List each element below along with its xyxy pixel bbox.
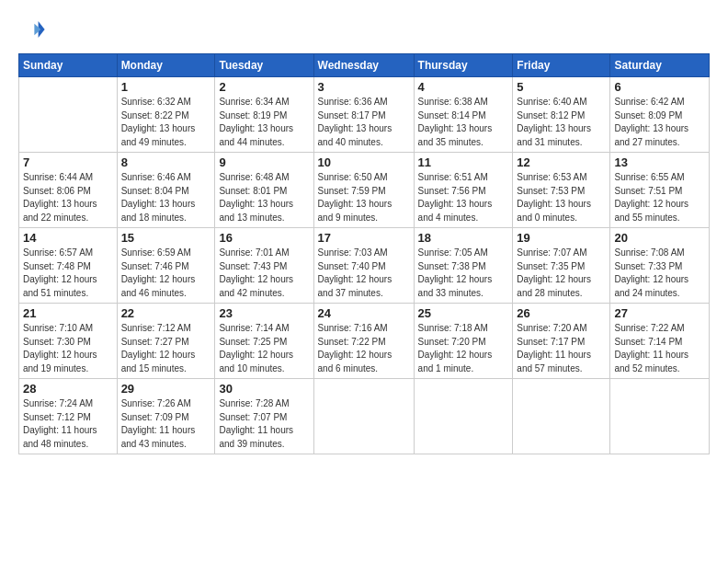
day-info: Sunrise: 6:40 AMSunset: 8:12 PMDaylight:…: [517, 96, 606, 149]
calendar-cell: 13Sunrise: 6:55 AMSunset: 7:51 PMDayligh…: [610, 153, 710, 228]
calendar-cell: 24Sunrise: 7:16 AMSunset: 7:22 PMDayligh…: [313, 304, 414, 379]
day-number: 18: [418, 231, 509, 245]
day-info: Sunrise: 7:20 AMSunset: 7:17 PMDaylight:…: [517, 322, 606, 375]
day-number: 12: [517, 155, 606, 169]
calendar-cell: 2Sunrise: 6:34 AMSunset: 8:19 PMDaylight…: [215, 77, 313, 153]
day-number: 21: [23, 306, 113, 320]
calendar-cell: [414, 379, 513, 454]
calendar-cell: 6Sunrise: 6:42 AMSunset: 8:09 PMDaylight…: [610, 77, 710, 153]
day-info: Sunrise: 6:32 AMSunset: 8:22 PMDaylight:…: [121, 96, 211, 149]
day-header-tuesday: Tuesday: [215, 54, 313, 77]
calendar-cell: 9Sunrise: 6:48 AMSunset: 8:01 PMDaylight…: [215, 153, 313, 228]
day-info: Sunrise: 7:03 AMSunset: 7:40 PMDaylight:…: [318, 247, 410, 300]
day-info: Sunrise: 7:12 AMSunset: 7:27 PMDaylight:…: [121, 322, 211, 375]
day-info: Sunrise: 7:26 AMSunset: 7:09 PMDaylight:…: [121, 397, 211, 451]
day-header-monday: Monday: [117, 54, 215, 77]
day-header-saturday: Saturday: [610, 54, 710, 77]
day-number: 22: [121, 306, 211, 320]
day-info: Sunrise: 7:16 AMSunset: 7:22 PMDaylight:…: [318, 322, 410, 375]
calendar: SundayMondayTuesdayWednesdayThursdayFrid…: [18, 53, 710, 454]
day-number: 1: [121, 80, 211, 94]
day-number: 24: [318, 306, 410, 320]
day-number: 19: [517, 231, 606, 245]
calendar-week-1: 1Sunrise: 6:32 AMSunset: 8:22 PMDaylight…: [19, 77, 710, 153]
day-number: 26: [517, 306, 606, 320]
day-number: 7: [23, 155, 113, 169]
calendar-cell: 27Sunrise: 7:22 AMSunset: 7:14 PMDayligh…: [610, 304, 710, 379]
day-info: Sunrise: 6:34 AMSunset: 8:19 PMDaylight:…: [219, 96, 309, 149]
day-number: 20: [614, 231, 705, 245]
day-info: Sunrise: 6:53 AMSunset: 7:53 PMDaylight:…: [517, 171, 606, 224]
calendar-cell: 23Sunrise: 7:14 AMSunset: 7:25 PMDayligh…: [215, 304, 313, 379]
calendar-cell: 20Sunrise: 7:08 AMSunset: 7:33 PMDayligh…: [610, 228, 710, 304]
day-info: Sunrise: 6:50 AMSunset: 7:59 PMDaylight:…: [318, 171, 410, 224]
day-info: Sunrise: 6:44 AMSunset: 8:06 PMDaylight:…: [23, 171, 113, 224]
calendar-header-row: SundayMondayTuesdayWednesdayThursdayFrid…: [19, 54, 710, 77]
calendar-cell: 19Sunrise: 7:07 AMSunset: 7:35 PMDayligh…: [513, 228, 610, 304]
calendar-cell: 3Sunrise: 6:36 AMSunset: 8:17 PMDaylight…: [313, 77, 414, 153]
day-number: 9: [219, 155, 309, 169]
calendar-cell: 12Sunrise: 6:53 AMSunset: 7:53 PMDayligh…: [513, 153, 610, 228]
calendar-week-2: 7Sunrise: 6:44 AMSunset: 8:06 PMDaylight…: [19, 153, 710, 228]
calendar-cell: 22Sunrise: 7:12 AMSunset: 7:27 PMDayligh…: [117, 304, 215, 379]
calendar-cell: 16Sunrise: 7:01 AMSunset: 7:43 PMDayligh…: [215, 228, 313, 304]
day-header-friday: Friday: [513, 54, 610, 77]
calendar-cell: 17Sunrise: 7:03 AMSunset: 7:40 PMDayligh…: [313, 228, 414, 304]
day-info: Sunrise: 7:18 AMSunset: 7:20 PMDaylight:…: [418, 322, 509, 375]
day-number: 15: [121, 231, 211, 245]
day-number: 17: [318, 231, 410, 245]
day-number: 8: [121, 155, 211, 169]
calendar-cell: 5Sunrise: 6:40 AMSunset: 8:12 PMDaylight…: [513, 77, 610, 153]
day-info: Sunrise: 7:08 AMSunset: 7:33 PMDaylight:…: [614, 247, 705, 300]
day-header-sunday: Sunday: [19, 54, 118, 77]
calendar-cell: 29Sunrise: 7:26 AMSunset: 7:09 PMDayligh…: [117, 379, 215, 454]
day-info: Sunrise: 7:28 AMSunset: 7:07 PMDaylight:…: [219, 397, 309, 451]
day-info: Sunrise: 6:55 AMSunset: 7:51 PMDaylight:…: [614, 171, 705, 224]
day-info: Sunrise: 6:48 AMSunset: 8:01 PMDaylight:…: [219, 171, 309, 224]
day-number: 2: [219, 80, 309, 94]
day-info: Sunrise: 6:38 AMSunset: 8:14 PMDaylight:…: [418, 96, 509, 149]
calendar-cell: 28Sunrise: 7:24 AMSunset: 7:12 PMDayligh…: [19, 379, 118, 454]
day-info: Sunrise: 7:22 AMSunset: 7:14 PMDaylight:…: [614, 322, 705, 375]
calendar-cell: 1Sunrise: 6:32 AMSunset: 8:22 PMDaylight…: [117, 77, 215, 153]
calendar-cell: [19, 77, 118, 153]
day-number: 28: [23, 382, 113, 396]
calendar-cell: [610, 379, 710, 454]
calendar-week-4: 21Sunrise: 7:10 AMSunset: 7:30 PMDayligh…: [19, 304, 710, 379]
day-number: 23: [219, 306, 309, 320]
logo: [18, 17, 46, 46]
day-info: Sunrise: 6:36 AMSunset: 8:17 PMDaylight:…: [318, 96, 410, 149]
day-info: Sunrise: 7:07 AMSunset: 7:35 PMDaylight:…: [517, 247, 606, 300]
day-info: Sunrise: 6:57 AMSunset: 7:48 PMDaylight:…: [23, 247, 113, 300]
calendar-cell: [313, 379, 414, 454]
calendar-cell: 14Sunrise: 6:57 AMSunset: 7:48 PMDayligh…: [19, 228, 118, 304]
calendar-cell: [513, 379, 610, 454]
day-info: Sunrise: 6:51 AMSunset: 7:56 PMDaylight:…: [418, 171, 509, 224]
day-info: Sunrise: 7:01 AMSunset: 7:43 PMDaylight:…: [219, 247, 309, 300]
calendar-cell: 8Sunrise: 6:46 AMSunset: 8:04 PMDaylight…: [117, 153, 215, 228]
day-number: 3: [318, 80, 410, 94]
day-number: 11: [418, 155, 509, 169]
day-header-wednesday: Wednesday: [313, 54, 414, 77]
day-number: 13: [614, 155, 705, 169]
calendar-cell: 10Sunrise: 6:50 AMSunset: 7:59 PMDayligh…: [313, 153, 414, 228]
day-number: 25: [418, 306, 509, 320]
day-number: 30: [219, 382, 309, 396]
calendar-week-3: 14Sunrise: 6:57 AMSunset: 7:48 PMDayligh…: [19, 228, 710, 304]
calendar-cell: 21Sunrise: 7:10 AMSunset: 7:30 PMDayligh…: [19, 304, 118, 379]
day-number: 4: [418, 80, 509, 94]
day-number: 29: [121, 382, 211, 396]
calendar-week-5: 28Sunrise: 7:24 AMSunset: 7:12 PMDayligh…: [19, 379, 710, 454]
calendar-cell: 18Sunrise: 7:05 AMSunset: 7:38 PMDayligh…: [414, 228, 513, 304]
day-header-thursday: Thursday: [414, 54, 513, 77]
header: [18, 17, 710, 46]
calendar-cell: 15Sunrise: 6:59 AMSunset: 7:46 PMDayligh…: [117, 228, 215, 304]
page: SundayMondayTuesdayWednesdayThursdayFrid…: [0, 0, 728, 563]
day-number: 5: [517, 80, 606, 94]
calendar-cell: 4Sunrise: 6:38 AMSunset: 8:14 PMDaylight…: [414, 77, 513, 153]
calendar-cell: 25Sunrise: 7:18 AMSunset: 7:20 PMDayligh…: [414, 304, 513, 379]
day-info: Sunrise: 7:14 AMSunset: 7:25 PMDaylight:…: [219, 322, 309, 375]
logo-icon: [20, 17, 46, 42]
calendar-cell: 26Sunrise: 7:20 AMSunset: 7:17 PMDayligh…: [513, 304, 610, 379]
calendar-cell: 30Sunrise: 7:28 AMSunset: 7:07 PMDayligh…: [215, 379, 313, 454]
